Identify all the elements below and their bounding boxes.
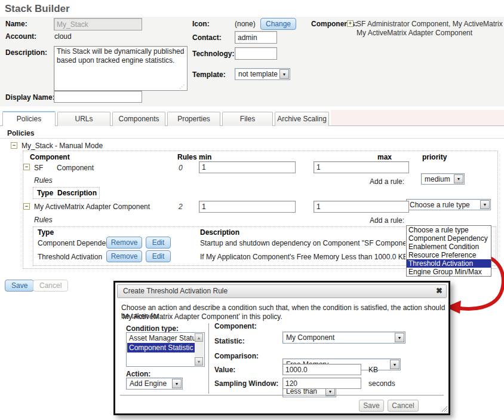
sampling-window-label: Sampling Window: xyxy=(214,379,278,388)
dialog-cancel-button[interactable]: Cancel xyxy=(388,400,419,412)
row1-collapse-icon[interactable]: − xyxy=(23,164,30,170)
row2-rules-label: Rules xyxy=(34,216,53,224)
row1-component-name2: Component xyxy=(57,164,94,172)
rule1-remove-button[interactable]: Remove xyxy=(106,237,142,249)
action-select[interactable]: Add Engine ▼ xyxy=(126,378,183,390)
col-max: max xyxy=(377,153,392,161)
tree-root-label: My_Stack - Manual Mode xyxy=(21,142,103,150)
row1-priority-value: medium xyxy=(425,175,450,183)
dialog-title: Create Threshold Activation Rule xyxy=(117,284,447,298)
chevron-down-icon[interactable]: ▼ xyxy=(480,200,490,209)
chevron-down-icon[interactable]: ▼ xyxy=(172,379,182,388)
icon-label: Icon: xyxy=(192,20,210,28)
listbox-scrollbar[interactable]: ▲ ▼ xyxy=(195,333,204,366)
component-select[interactable]: My Component ▼ xyxy=(282,332,405,344)
condition-type-label: Condition type: xyxy=(126,324,179,333)
rule2-type: Threshold Activation xyxy=(38,253,102,261)
dropdown-option-engine-group-minmax[interactable]: Engine Group Min/Max xyxy=(407,268,491,276)
tab-files[interactable]: Files xyxy=(222,112,273,126)
tree-collapse-icon[interactable]: − xyxy=(11,142,17,149)
dropdown-option-threshold-activation[interactable]: Threshold Activation xyxy=(407,259,491,268)
condition-type-listbox[interactable]: Asset Manager Status Component Statistic… xyxy=(126,332,205,367)
close-icon[interactable]: ✖ xyxy=(436,286,442,295)
condition-option-asset-manager[interactable]: Asset Manager Status xyxy=(127,333,195,343)
cancel-button[interactable]: Cancel xyxy=(33,280,68,292)
chevron-down-icon[interactable]: ▼ xyxy=(395,333,404,342)
chevron-down-icon[interactable]: ▼ xyxy=(454,174,463,183)
row1-add-rule-select[interactable]: Choose a rule type ▼ xyxy=(406,199,491,210)
dropdown-option-resource-preference[interactable]: Resource Preference xyxy=(407,251,491,259)
statistic-label: Statistic: xyxy=(214,337,245,345)
col-rules: Rules xyxy=(177,153,197,161)
save-button[interactable]: Save xyxy=(5,280,34,292)
change-icon-button[interactable]: Change xyxy=(260,18,296,30)
display-name-field[interactable] xyxy=(54,91,142,103)
description-field[interactable]: This Stack will be dynamically published… xyxy=(54,46,188,91)
dialog-resize-handle[interactable] xyxy=(440,404,448,412)
row2-rules-count: 2 xyxy=(179,203,183,211)
row1-add-rule-value: Choose a rule type xyxy=(410,201,470,209)
scroll-down-icon[interactable]: ▼ xyxy=(195,357,203,366)
tab-policies[interactable]: Policies xyxy=(2,111,56,126)
technology-field[interactable] xyxy=(235,47,277,60)
value-field[interactable] xyxy=(282,364,361,375)
rule2-edit-button[interactable]: Edit xyxy=(146,250,171,262)
scroll-up-icon[interactable]: ▲ xyxy=(195,333,203,342)
description-label: Description: xyxy=(5,48,47,57)
action-select-value: Add Engine xyxy=(130,379,167,388)
components-list-line2: My ActiveMatrix Adapter Component xyxy=(357,29,472,37)
page-title: Stack Builder xyxy=(5,3,70,15)
name-label: Name: xyxy=(5,20,27,28)
row1-type-col: Type xyxy=(37,189,53,197)
comparison-label: Comparison: xyxy=(214,352,259,360)
contact-field[interactable] xyxy=(235,31,277,44)
row1-priority-select[interactable]: medium ▼ xyxy=(421,173,465,185)
components-expand-icon[interactable]: + xyxy=(347,20,354,27)
name-field[interactable] xyxy=(54,18,142,30)
dropdown-option-enablement-condition[interactable]: Enablement Condition xyxy=(407,243,491,251)
value-label: Value: xyxy=(214,366,235,374)
row2-min-field[interactable] xyxy=(199,201,296,213)
rule1-type: Component Dependency xyxy=(38,239,117,247)
dropdown-option-component-dependency[interactable]: Component Dependency xyxy=(407,234,491,243)
rule1-edit-button[interactable]: Edit xyxy=(146,237,171,249)
components-list-line1: SF Administrator Component, My ActiveMat… xyxy=(357,20,504,28)
row1-desc-col: Description xyxy=(57,189,97,197)
contact-label: Contact: xyxy=(192,33,222,42)
row2-type-col: Type xyxy=(38,228,54,237)
dialog-intro-line2: 'My ActiveMatrix Adapter Component' in t… xyxy=(121,312,282,321)
dialog-save-button[interactable]: Save xyxy=(359,400,384,412)
row1-max-field[interactable] xyxy=(314,161,409,173)
tab-archive-scaling[interactable]: Archive Scaling xyxy=(275,112,329,126)
tab-components[interactable]: Components xyxy=(112,112,165,126)
col-priority: priority xyxy=(422,153,447,161)
col-component: Component xyxy=(30,153,70,161)
textarea-resize-icon[interactable]: ⋰ xyxy=(179,84,184,90)
row1-add-rule-label: Add a rule: xyxy=(370,177,404,186)
divider xyxy=(0,138,504,139)
tab-strip: Policies URLs Components Properties File… xyxy=(0,110,504,126)
technology-label: Technology: xyxy=(192,50,234,58)
rule-type-dropdown-list: Choose a rule type Component Dependency … xyxy=(406,225,491,277)
sampling-window-field[interactable] xyxy=(282,378,361,389)
action-label: Action: xyxy=(126,370,150,378)
template-select-value: not template xyxy=(238,70,278,78)
tab-urls[interactable]: URLs xyxy=(57,112,110,126)
row2-max-field[interactable] xyxy=(314,201,409,213)
row1-component-name: SF xyxy=(34,164,43,172)
row1-rules-label: Rules xyxy=(34,176,53,185)
tab-properties[interactable]: Properties xyxy=(167,112,220,126)
value-unit: KB xyxy=(368,366,378,374)
condition-option-component-statistic[interactable]: Component Statistic xyxy=(127,343,195,352)
row2-collapse-icon[interactable]: − xyxy=(23,203,30,210)
chevron-down-icon[interactable]: ▼ xyxy=(279,69,289,79)
rule2-remove-button[interactable]: Remove xyxy=(106,250,142,262)
dropdown-option-choose[interactable]: Choose a rule type xyxy=(407,226,491,234)
chevron-down-icon[interactable]: ▼ xyxy=(390,360,399,369)
create-threshold-rule-dialog: Create Threshold Activation Rule ✖ Choos… xyxy=(113,281,450,415)
tabstrip-filler xyxy=(331,110,504,125)
policies-heading: Policies xyxy=(7,129,34,137)
template-select[interactable]: not template ▼ xyxy=(235,68,290,80)
row2-add-rule-label: Add a rule: xyxy=(370,216,404,225)
row1-min-field[interactable] xyxy=(199,161,296,173)
